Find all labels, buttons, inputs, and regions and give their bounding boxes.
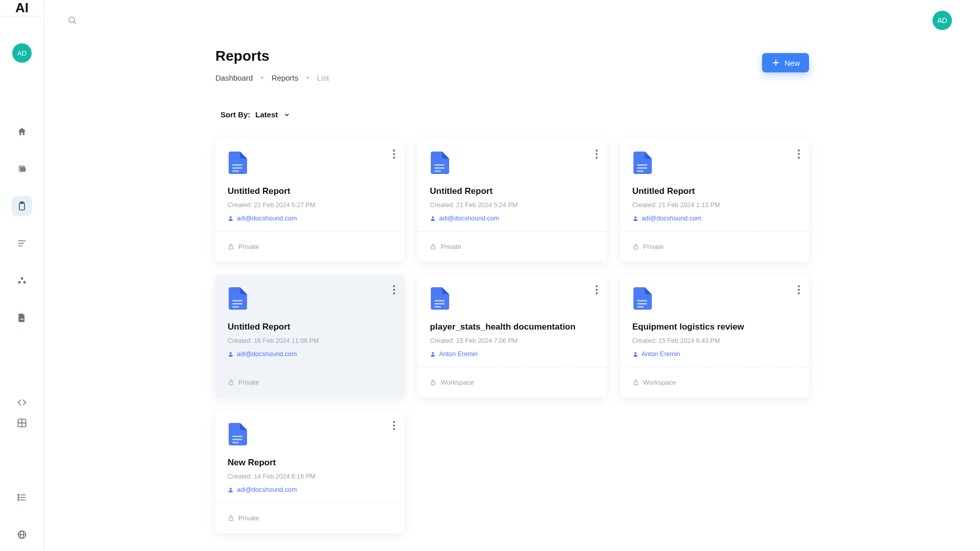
- card-menu-button[interactable]: [596, 149, 598, 159]
- svg-point-52: [393, 285, 395, 287]
- card-title: Untitled Report: [430, 186, 594, 196]
- svg-point-30: [393, 157, 395, 159]
- user-icon: [632, 215, 639, 221]
- card-author[interactable]: Anton Eremin: [632, 350, 797, 358]
- breadcrumb-reports[interactable]: Reports: [272, 73, 299, 82]
- svg-rect-75: [232, 442, 239, 443]
- svg-rect-26: [232, 167, 242, 169]
- sort-dropdown[interactable]: Sort By: Latest: [215, 110, 809, 119]
- svg-rect-59: [434, 306, 441, 308]
- sidebar-item-code[interactable]: [12, 392, 32, 413]
- more-vertical-icon: [596, 285, 598, 294]
- card-author[interactable]: adi@docshound.com: [228, 350, 392, 358]
- svg-rect-8: [20, 319, 24, 320]
- card-author[interactable]: adi@docshound.com: [228, 215, 392, 222]
- breadcrumb: Dashboard • Reports • List: [215, 73, 329, 82]
- card-title: Untitled Report: [632, 186, 797, 196]
- card-visibility: Private: [238, 514, 259, 522]
- new-button[interactable]: New: [762, 53, 809, 72]
- doc-icon: [228, 423, 392, 447]
- card-author[interactable]: adi@docshound.com: [430, 215, 594, 222]
- doc-icon: [430, 287, 594, 312]
- breadcrumb-dashboard[interactable]: Dashboard: [215, 73, 253, 82]
- svg-point-54: [393, 292, 395, 294]
- card-menu-button[interactable]: [393, 421, 395, 430]
- svg-point-47: [634, 216, 636, 218]
- user-icon: [228, 487, 234, 493]
- sidebar-item-globe[interactable]: [12, 524, 32, 545]
- svg-rect-1: [21, 202, 23, 204]
- report-card[interactable]: Equipment logistics review Created: 15 F…: [620, 275, 809, 397]
- sidebar-avatar[interactable]: AD: [12, 43, 32, 63]
- page-title: Reports: [215, 48, 329, 64]
- svg-rect-58: [434, 303, 445, 305]
- card-menu-button[interactable]: [393, 149, 395, 159]
- card-footer: Private: [620, 231, 809, 262]
- more-vertical-icon: [393, 149, 395, 159]
- grid-icon: [17, 418, 27, 428]
- svg-rect-65: [637, 300, 647, 302]
- more-vertical-icon: [798, 285, 800, 294]
- sidebar-item-list[interactable]: [12, 487, 32, 508]
- header-row: Reports Dashboard • Reports • List New: [215, 48, 809, 82]
- breadcrumb-sep: •: [306, 74, 309, 82]
- svg-rect-43: [637, 170, 644, 172]
- card-menu-button[interactable]: [393, 285, 395, 294]
- code-icon: [17, 397, 27, 408]
- top-avatar[interactable]: AD: [933, 11, 952, 30]
- report-card[interactable]: Untitled Report Created: 21 Feb 2024 1:1…: [620, 139, 809, 262]
- svg-point-79: [230, 488, 232, 490]
- svg-point-61: [596, 289, 598, 291]
- report-card[interactable]: Untitled Report Created: 16 Feb 2024 11:…: [215, 275, 404, 397]
- sidebar-item-team[interactable]: [12, 270, 32, 291]
- breadcrumb-sep: •: [261, 74, 263, 82]
- card-menu-button[interactable]: [596, 285, 598, 294]
- search-button[interactable]: [67, 15, 77, 25]
- report-card[interactable]: Untitled Report Created: 21 Feb 2024 5:2…: [215, 139, 404, 262]
- svg-rect-74: [232, 439, 242, 440]
- sidebar-item-files[interactable]: [12, 308, 32, 328]
- svg-point-71: [634, 352, 636, 354]
- user-icon: [430, 215, 436, 221]
- sidebar: AI AD: [0, 0, 44, 551]
- card-visibility: Private: [238, 379, 259, 386]
- card-author[interactable]: Anton Eremin: [430, 350, 594, 358]
- card-menu-button[interactable]: [798, 285, 800, 294]
- svg-rect-34: [434, 167, 445, 169]
- lock-icon: [228, 515, 234, 521]
- sidebar-item-grid[interactable]: [12, 413, 32, 433]
- sidebar-avatar-wrap: AD: [0, 16, 44, 63]
- card-visibility: Workspace: [643, 379, 676, 386]
- report-card[interactable]: Untitled Report Created: 21 Feb 2024 5:2…: [418, 139, 606, 262]
- card-visibility: Private: [440, 243, 461, 251]
- sidebar-item-notes[interactable]: [12, 233, 32, 254]
- sidebar-item-home[interactable]: [12, 121, 32, 142]
- report-card[interactable]: player_stats_health documentation Create…: [418, 275, 606, 397]
- svg-point-69: [798, 289, 800, 291]
- user-icon: [430, 351, 436, 357]
- svg-point-44: [798, 149, 800, 152]
- card-author[interactable]: adi@docshound.com: [228, 486, 392, 493]
- card-title: Equipment logistics review: [632, 322, 797, 332]
- svg-point-60: [596, 285, 598, 287]
- sort-prefix: Sort By:: [220, 110, 250, 119]
- lock-icon: [228, 379, 234, 386]
- svg-point-7: [23, 281, 26, 284]
- card-footer: Workspace: [620, 367, 809, 397]
- card-menu-button[interactable]: [798, 149, 800, 159]
- card-created: Created: 16 Feb 2024 11:06 PM: [228, 337, 392, 344]
- svg-rect-42: [637, 167, 647, 169]
- sidebar-item-chat[interactable]: [12, 159, 32, 179]
- card-author[interactable]: adi@docshound.com: [632, 215, 797, 222]
- svg-rect-25: [232, 164, 242, 166]
- sidebar-item-reports[interactable]: [12, 196, 32, 216]
- report-card[interactable]: New Report Created: 14 Feb 2024 6:16 PM …: [215, 411, 404, 533]
- svg-point-28: [393, 149, 395, 152]
- card-footer: Workspace: [418, 367, 606, 397]
- card-footer: Private: [215, 367, 404, 397]
- more-vertical-icon: [798, 149, 800, 159]
- card-footer: Private: [215, 231, 404, 262]
- globe-icon: [17, 530, 27, 540]
- content: Reports Dashboard • Reports • List New S…: [44, 40, 980, 533]
- svg-rect-32: [229, 246, 233, 249]
